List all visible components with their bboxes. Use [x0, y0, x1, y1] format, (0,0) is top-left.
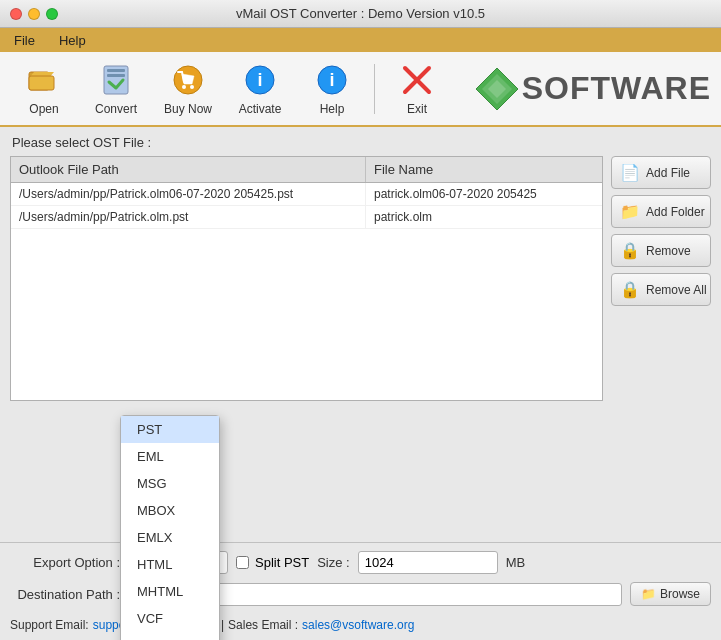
menu-file[interactable]: File — [8, 31, 41, 50]
table-body: /Users/admin/pp/Patrick.olm06-07-2020 20… — [11, 183, 602, 229]
add-file-button[interactable]: 📄 Add File — [611, 156, 711, 189]
file-table: Outlook File Path File Name /Users/admin… — [10, 156, 603, 401]
exit-icon — [399, 62, 435, 98]
buynow-button[interactable]: Buy Now — [154, 57, 222, 121]
remove-label: Remove — [646, 244, 691, 258]
svg-text:i: i — [329, 70, 334, 90]
add-folder-label: Add Folder — [646, 205, 705, 219]
dropdown-item-mbox[interactable]: MBOX — [121, 497, 219, 524]
add-folder-icon: 📁 — [620, 202, 640, 221]
dropdown-item-vcf[interactable]: VCF — [121, 605, 219, 632]
help-label: Help — [320, 102, 345, 116]
toolbar-separator — [374, 64, 375, 114]
activate-label: Activate — [239, 102, 282, 116]
sales-email[interactable]: sales@vsoftware.org — [302, 618, 414, 632]
split-pst-row: Split PST — [236, 555, 309, 570]
cell-path-0: /Users/admin/pp/Patrick.olm06-07-2020 20… — [11, 183, 366, 205]
support-row: Support Email: support@vsoftware.org | S… — [10, 614, 711, 632]
open-label: Open — [29, 102, 58, 116]
svg-rect-4 — [107, 69, 125, 72]
dropdown-item-emlx[interactable]: EMLX — [121, 524, 219, 551]
split-pst-label: Split PST — [255, 555, 309, 570]
mb-label: MB — [506, 555, 526, 570]
bottom-section: Export Option : PST ▼ Split PST Size : M… — [0, 542, 721, 640]
menu-bar: File Help — [0, 28, 721, 52]
remove-button[interactable]: 🔒 Remove — [611, 234, 711, 267]
exit-label: Exit — [407, 102, 427, 116]
remove-all-icon: 🔒 — [620, 280, 640, 299]
convert-button[interactable]: Convert — [82, 57, 150, 121]
col-header-path: Outlook File Path — [11, 157, 366, 182]
browse-button[interactable]: 📁 Browse — [630, 582, 711, 606]
dropdown-item-pst[interactable]: PST — [121, 416, 219, 443]
buynow-label: Buy Now — [164, 102, 212, 116]
buynow-icon — [170, 62, 206, 98]
svg-point-8 — [190, 85, 194, 89]
remove-all-button[interactable]: 🔒 Remove All — [611, 273, 711, 306]
title-bar: vMail OST Converter : Demo Version v10.5 — [0, 0, 721, 28]
exit-button[interactable]: Exit — [383, 57, 451, 121]
sales-label: Sales Email : — [228, 618, 298, 632]
help-icon: i — [314, 62, 350, 98]
split-pst-checkbox[interactable] — [236, 556, 249, 569]
logo-area: SOFTWARE — [472, 64, 711, 114]
close-button[interactable] — [10, 8, 22, 20]
svg-point-7 — [182, 85, 186, 89]
maximize-button[interactable] — [46, 8, 58, 20]
activate-button[interactable]: i Activate — [226, 57, 294, 121]
remove-icon: 🔒 — [620, 241, 640, 260]
dropdown-item-eml[interactable]: EML — [121, 443, 219, 470]
activate-icon: i — [242, 62, 278, 98]
dropdown-item-msg[interactable]: MSG — [121, 470, 219, 497]
logo-text: SOFTWARE — [522, 70, 711, 107]
window-title: vMail OST Converter : Demo Version v10.5 — [236, 6, 485, 21]
dropdown-item-html[interactable]: HTML — [121, 551, 219, 578]
browse-label: Browse — [660, 587, 700, 601]
add-file-label: Add File — [646, 166, 690, 180]
destination-label: Destination Path : — [10, 587, 120, 602]
table-row[interactable]: /Users/admin/pp/Patrick.olm.pst patrick.… — [11, 206, 602, 229]
remove-all-label: Remove All — [646, 283, 707, 297]
export-label: Export Option : — [10, 555, 120, 570]
convert-label: Convert — [95, 102, 137, 116]
window-controls[interactable] — [10, 8, 58, 20]
browse-folder-icon: 📁 — [641, 587, 656, 601]
cell-name-0: patrick.olm06-07-2020 205425 — [366, 183, 602, 205]
col-header-name: File Name — [366, 157, 602, 182]
size-label: Size : — [317, 555, 350, 570]
open-button[interactable]: Open — [10, 57, 78, 121]
size-input[interactable] — [358, 551, 498, 574]
select-prompt: Please select OST File : — [10, 135, 711, 150]
sales-separator: | — [221, 618, 224, 632]
dropdown-item-mhtml[interactable]: MHTML — [121, 578, 219, 605]
destination-row: Destination Path : 📁 Browse — [10, 582, 711, 606]
export-row: Export Option : PST ▼ Split PST Size : M… — [10, 551, 711, 574]
svg-rect-2 — [29, 76, 54, 90]
minimize-button[interactable] — [28, 8, 40, 20]
convert-icon — [98, 62, 134, 98]
main-content: Please select OST File : Outlook File Pa… — [0, 127, 721, 409]
table-row[interactable]: /Users/admin/pp/Patrick.olm06-07-2020 20… — [11, 183, 602, 206]
file-table-container: Outlook File Path File Name /Users/admin… — [10, 156, 711, 401]
dropdown-item-office365[interactable]: Office365 — [121, 632, 219, 640]
cell-name-1: patrick.olm — [366, 206, 602, 228]
table-header: Outlook File Path File Name — [11, 157, 602, 183]
svg-text:i: i — [257, 70, 262, 90]
add-folder-button[interactable]: 📁 Add Folder — [611, 195, 711, 228]
svg-rect-5 — [107, 74, 125, 77]
logo-icon — [472, 64, 522, 114]
support-label: Support Email: — [10, 618, 89, 632]
export-dropdown-menu: PST EML MSG MBOX EMLX HTML MHTML VCF Off… — [120, 415, 220, 640]
toolbar: Open Convert Buy Now i Activate i Help E… — [0, 52, 721, 127]
add-file-icon: 📄 — [620, 163, 640, 182]
side-buttons: 📄 Add File 📁 Add Folder 🔒 Remove 🔒 Remov… — [611, 156, 711, 401]
menu-help[interactable]: Help — [53, 31, 92, 50]
open-icon — [26, 62, 62, 98]
cell-path-1: /Users/admin/pp/Patrick.olm.pst — [11, 206, 366, 228]
help-button[interactable]: i Help — [298, 57, 366, 121]
